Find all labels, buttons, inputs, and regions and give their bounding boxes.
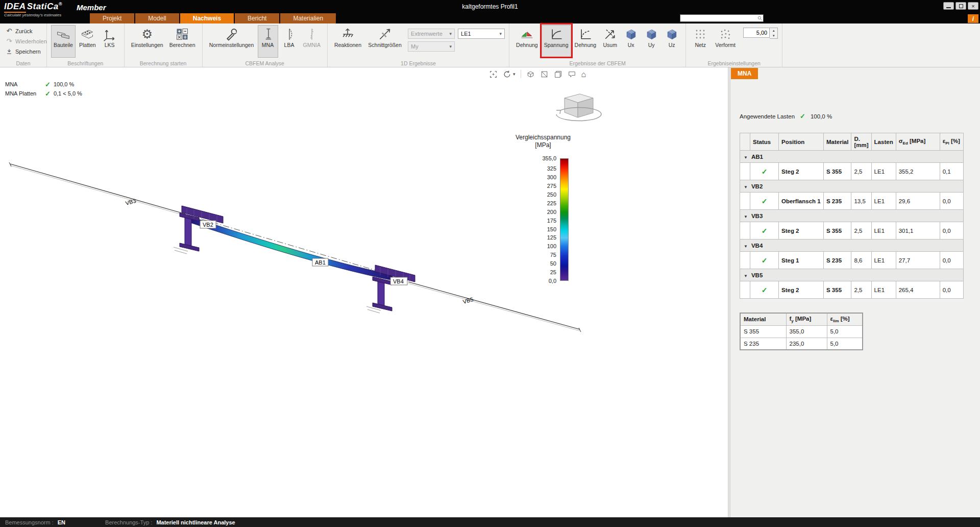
save-button[interactable]: Speichern <box>4 47 48 56</box>
dehnung2-label: Dehnung <box>575 42 597 48</box>
mna-button[interactable]: MNA <box>258 25 278 58</box>
logo-registered-mark: ® <box>59 2 62 7</box>
ribbon-group-1d-ergebnisse: Reaktionen Schnittgrößen Extremwerte ▾ L… <box>328 23 509 67</box>
close-button[interactable]: × <box>968 2 978 10</box>
ribbon-group-ergebniseinstellungen: Netz Verformt ▴ ▾ Ergebniseinstellungen <box>686 23 782 67</box>
wrench-icon <box>225 27 239 41</box>
uz-button[interactable]: Uz <box>662 25 681 58</box>
check-icon: ✓ <box>800 112 805 120</box>
search-input[interactable] <box>680 15 757 21</box>
fit-view-icon[interactable] <box>489 70 498 79</box>
einstellungen-button[interactable]: ⚙ Einstellungen <box>129 25 166 58</box>
result-row[interactable]: ✓ Steg 1 S 235 8,6 LE1 27,7 0,0 <box>740 252 964 269</box>
extremwerte-dropdown[interactable]: Extremwerte ▾ <box>408 29 455 39</box>
legend-tick: 200 <box>509 209 556 215</box>
group-row-vb3[interactable]: ▼VB3 <box>740 210 964 222</box>
lba-button[interactable]: LBA <box>279 25 300 58</box>
result-row[interactable]: ✓ Oberflansch 1 S 235 13,5 LE1 29,6 0,0 <box>740 193 964 210</box>
maximize-button[interactable] <box>955 2 966 10</box>
info-button[interactable]: i <box>968 14 978 23</box>
verformt-button[interactable]: Verformt <box>712 25 739 58</box>
materials-header-row: Material fy [MPa] εlim [%] <box>740 313 863 325</box>
minimize-button[interactable] <box>943 2 954 10</box>
gmnia-button[interactable]: GMNIA <box>301 25 323 58</box>
check-icon: ✓ <box>750 281 779 299</box>
plate-icon <box>80 27 94 41</box>
tab-modell[interactable]: Modell <box>135 13 179 23</box>
tab-bericht[interactable]: Bericht <box>235 13 279 23</box>
mesh-cube-icon <box>644 27 658 41</box>
section-box-icon[interactable] <box>540 70 549 79</box>
dehnung-button[interactable]: Dehnung <box>513 25 541 58</box>
status-row: MNA ✓ 100,0 % <box>5 80 82 89</box>
komponente-dropdown[interactable]: My ▾ <box>408 41 455 52</box>
group-row-vb5[interactable]: ▼VB5 <box>740 269 964 281</box>
navigation-cube[interactable] <box>549 91 605 128</box>
scale-input[interactable] <box>743 28 770 38</box>
col-thickness: D.[mm] <box>851 133 871 151</box>
legend-tick: 300 <box>509 174 556 180</box>
legend-tick: 275 <box>509 183 556 189</box>
normeinstellungen-button[interactable]: Normeinstellungen <box>207 25 257 58</box>
group-row-vb2[interactable]: ▼VB2 <box>740 180 964 193</box>
schnittgroessen-button[interactable]: Schnittgrößen <box>365 25 405 58</box>
scale-up-button[interactable]: ▴ <box>770 28 777 33</box>
uy-button[interactable]: Uy <box>642 25 661 58</box>
group-row-ab1[interactable]: ▼AB1 <box>740 151 964 163</box>
model-viewport[interactable]: VB3 VB5 VB2 AB1 VB4 MNA ✓ 100,0 % MNA Pl… <box>0 67 728 517</box>
ribbon: ↶ Zurück ↷ Wiederholen Speichern Daten B… <box>0 23 980 67</box>
verformt-label: Verformt <box>715 42 736 48</box>
axonometry-view-icon[interactable] <box>526 70 535 79</box>
internal-forces-icon <box>378 27 392 41</box>
chevron-down-icon: ▾ <box>450 44 452 49</box>
group-row-vb4[interactable]: ▼VB4 <box>740 239 964 252</box>
result-row[interactable]: ✓ Steg 2 S 355 2,5 LE1 355,2 0,1 <box>740 163 964 180</box>
netz-label: Netz <box>695 42 706 48</box>
result-row[interactable]: ✓ Steg 2 S 355 2,5 LE1 301,1 0,0 <box>740 222 964 239</box>
maximize-icon <box>959 4 963 8</box>
undo-icon: ↶ <box>6 27 13 35</box>
usum-button[interactable]: Usum <box>600 25 620 58</box>
netz-button[interactable]: Netz <box>690 25 710 58</box>
redo-button[interactable]: ↷ Wiederholen <box>4 37 48 45</box>
materials-table: Material fy [MPa] εlim [%] S 355 355,0 5… <box>740 313 863 350</box>
logo-statica: StatiCa <box>27 2 59 11</box>
beams-icon <box>56 27 70 41</box>
search-box[interactable] <box>680 14 764 22</box>
berechnen-label: Berechnen <box>169 42 195 48</box>
ux-button[interactable]: Ux <box>621 25 641 58</box>
col-fy: fy [MPa] <box>786 313 827 325</box>
result-row[interactable]: ✓ Steg 2 S 355 2,5 LE1 265,4 0,0 <box>740 281 964 299</box>
group-label-beschriftungen: Beschriftungen <box>47 60 124 66</box>
app-name: Member <box>77 3 106 12</box>
copy-view-icon[interactable] <box>554 70 562 79</box>
group-label-cbfem-ergebnisse: Ergebnisse der CBFEM <box>509 60 685 66</box>
reaktionen-button[interactable]: Reaktionen <box>332 25 364 58</box>
home-view-icon[interactable]: ⌂ <box>581 70 586 79</box>
chevron-down-icon[interactable]: ▾ <box>513 71 516 77</box>
triangle-down-icon: ▼ <box>744 244 748 249</box>
platten-button[interactable]: Platten <box>77 25 99 58</box>
check-icon: ✓ <box>750 252 779 269</box>
spannung-button[interactable]: Spannung <box>542 25 571 58</box>
schnittgroessen-label: Schnittgrößen <box>368 42 401 48</box>
normeinstellungen-label: Normeinstellungen <box>209 42 254 48</box>
tab-materialien[interactable]: Materialien <box>280 13 336 23</box>
tab-projekt[interactable]: Projekt <box>90 13 134 23</box>
col-position: Position <box>779 133 824 151</box>
lks-button[interactable]: LKS <box>100 25 120 58</box>
dehnung2-button[interactable]: Dehnung <box>572 25 599 58</box>
tab-nachweis[interactable]: Nachweis <box>180 13 234 23</box>
chevron-down-icon: ▾ <box>450 31 452 36</box>
labels-toggle-icon[interactable] <box>568 70 576 79</box>
undo-button[interactable]: ↶ Zurück <box>4 27 48 35</box>
legend-tick: 150 <box>509 226 556 232</box>
scale-down-button[interactable]: ▾ <box>770 33 777 38</box>
legend-unit: [MPa] <box>535 141 551 149</box>
berechnen-button[interactable]: Berechnen <box>167 25 198 58</box>
group-label-1d-ergebnisse: 1D Ergebnisse <box>328 60 509 66</box>
lastfall-dropdown[interactable]: LE1 ▾ <box>458 29 505 39</box>
bauteile-button[interactable]: Bauteile <box>51 25 76 58</box>
rotate-view-icon[interactable] <box>503 70 511 79</box>
panel-tab-mna[interactable]: MNA <box>731 68 758 79</box>
